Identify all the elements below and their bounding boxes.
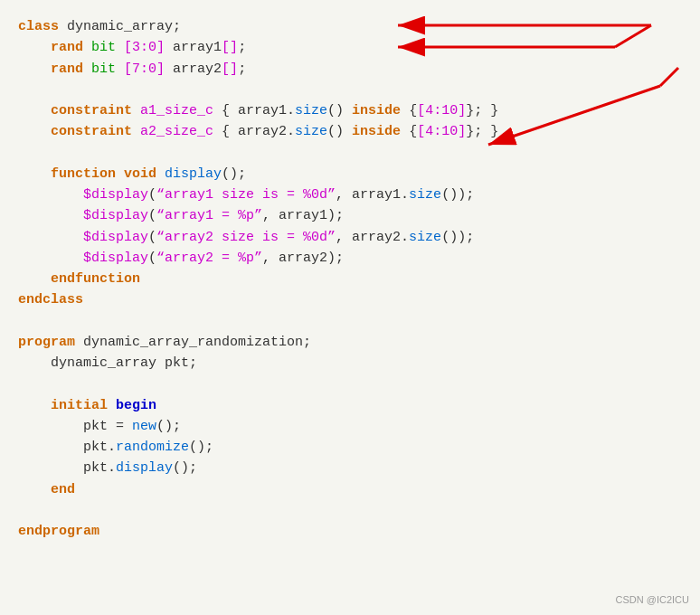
line-blank3 — [18, 311, 682, 332]
line-17: dynamic_array pkt; — [18, 353, 682, 374]
watermark-text: CSDN @IC2ICU — [616, 592, 689, 608]
line-25: endprogram — [18, 521, 682, 542]
line-22: pkt.display(); — [18, 458, 682, 478]
line-23: end — [18, 479, 682, 500]
line-1: class dynamic_array; — [18, 16, 682, 37]
line-blank2 — [18, 143, 682, 164]
line-10: $display(“array1 = %p”, array1); — [18, 205, 682, 226]
line-blank5 — [18, 500, 682, 521]
line-16: program dynamic_array_randomization; — [18, 332, 682, 353]
line-19: initial begin — [18, 395, 682, 416]
line-blank1 — [18, 80, 682, 100]
code-block: class dynamic_array; rand bit [3:0] arra… — [18, 16, 682, 542]
line-13: endfunction — [18, 269, 682, 289]
line-8: function void display(); — [18, 164, 682, 184]
line-20: pkt = new(); — [18, 416, 682, 437]
line-14: endclass — [18, 289, 682, 310]
line-12: $display(“array2 = %p”, array2); — [18, 248, 682, 269]
line-3: rand bit [7:0] array2[]; — [18, 59, 682, 80]
line-2: rand bit [3:0] array1[]; — [18, 37, 682, 58]
line-6: constraint a2_size_c { array2.size() ins… — [18, 121, 682, 142]
line-5: constraint a1_size_c { array1.size() ins… — [18, 100, 682, 121]
code-container: class dynamic_array; rand bit [3:0] arra… — [0, 0, 700, 615]
line-9: $display(“array1 size is = %0d”, array1.… — [18, 184, 682, 205]
line-21: pkt.randomize(); — [18, 437, 682, 458]
line-blank4 — [18, 374, 682, 394]
line-11: $display(“array2 size is = %0d”, array2.… — [18, 227, 682, 248]
